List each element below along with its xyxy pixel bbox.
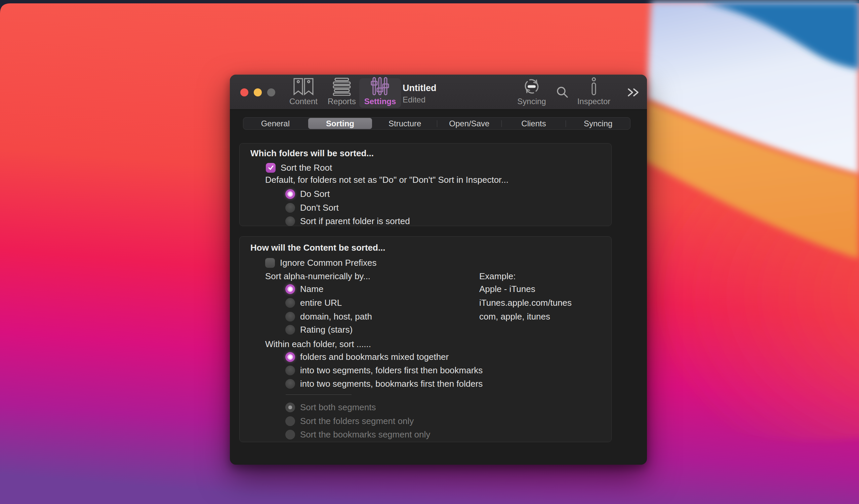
tab-sorting[interactable]: Sorting <box>308 118 372 129</box>
sortby-rating-row[interactable]: Rating (stars) <box>285 324 352 336</box>
tab-open-save[interactable]: Open/Save <box>437 118 501 129</box>
app-window: Content Reports <box>230 75 647 465</box>
sort-root-checkbox[interactable] <box>266 163 275 173</box>
do-sort-radio[interactable] <box>285 189 295 199</box>
sortby-caption: Sort alpha-numerically by... <box>265 271 370 281</box>
radio-label: Sort the folders segment only <box>300 416 414 426</box>
sortby-rating-radio[interactable] <box>285 325 295 335</box>
tab-general[interactable]: General <box>243 118 307 129</box>
checkbox-label: Sort the Root <box>281 163 332 173</box>
radio-label: entire URL <box>300 298 342 308</box>
tab-clients[interactable]: Clients <box>502 118 566 129</box>
group-content-sorting: How will the Content be sorted... Ignore… <box>239 236 612 442</box>
toolbar-item-inspector[interactable]: Inspector <box>573 78 615 108</box>
radio-label: Rating (stars) <box>300 324 352 335</box>
dont-sort-radio[interactable] <box>285 203 295 213</box>
radio-label: Sort the bookmarks segment only <box>300 429 430 440</box>
sortby-url-row[interactable]: entire URL iTunes.apple.com/tunes <box>285 297 342 309</box>
toolbar-item-settings[interactable]: Settings <box>359 78 401 108</box>
sync-arrows-icon <box>522 77 541 96</box>
info-icon <box>590 77 598 96</box>
window-title: Untitled Edited <box>403 83 437 105</box>
segment-divider <box>307 120 308 127</box>
sortby-url-radio[interactable] <box>285 298 295 308</box>
toolbar-label-settings: Settings <box>364 97 396 106</box>
sortby-caption-row: Sort alpha-numerically by... Example: <box>265 270 370 282</box>
sort-if-parent-row[interactable]: Sort if parent folder is sorted <box>285 215 410 227</box>
sort-bookmarks-segment-row: Sort the bookmarks segment only <box>285 428 430 441</box>
within-folder-caption: Within each folder, sort ...... <box>265 339 371 349</box>
report-lines-icon <box>332 78 351 96</box>
example-value: com, apple, itunes <box>479 311 550 322</box>
toolbar-item-syncing[interactable]: Syncing <box>511 78 553 108</box>
sort-both-segments-row: Sort both segments <box>285 401 376 413</box>
sort-folders-segment-radio <box>285 416 295 426</box>
sortby-name-row[interactable]: Name Apple - iTunes <box>285 283 323 295</box>
bookmarks-icon <box>293 78 314 96</box>
tab-syncing[interactable]: Syncing <box>566 118 630 129</box>
toolbar-label-reports: Reports <box>328 97 356 106</box>
toolbar-label-content: Content <box>289 97 318 106</box>
example-header: Example: <box>479 271 515 281</box>
radio-label: Don't Sort <box>300 203 339 213</box>
settings-tab-bar: General Sorting Structure Open/Save Clie… <box>243 117 631 130</box>
sort-folders-segment-row: Sort the folders segment only <box>285 415 414 427</box>
mixed-together-radio[interactable] <box>285 352 295 362</box>
dont-sort-row[interactable]: Don't Sort <box>285 202 339 214</box>
radio-label: folders and bookmarks mixed together <box>300 352 449 362</box>
sliders-icon <box>370 77 390 96</box>
radio-label: into two segments, folders first then bo… <box>300 365 483 376</box>
tab-structure[interactable]: Structure <box>373 118 437 129</box>
radio-label: Sort if parent folder is sorted <box>300 216 410 227</box>
radio-label: Name <box>300 284 323 294</box>
ignore-prefixes-checkbox[interactable] <box>265 258 275 268</box>
bookmarks-first-radio[interactable] <box>285 379 295 389</box>
folders-first-row[interactable]: into two segments, folders first then bo… <box>285 364 483 376</box>
overflow-chevron-icon[interactable] <box>625 85 641 101</box>
example-value: iTunes.apple.com/tunes <box>479 298 572 308</box>
document-title: Untitled <box>403 83 437 93</box>
sort-root-row[interactable]: Sort the Root <box>266 162 332 174</box>
group-heading: How will the Content be sorted... <box>251 243 386 253</box>
search-icon[interactable] <box>555 84 570 101</box>
toolbar-label-syncing: Syncing <box>517 97 546 106</box>
group-which-folders: Which folders will be sorted... Sort the… <box>239 143 612 226</box>
sort-if-parent-radio[interactable] <box>285 216 295 226</box>
sortby-domain-row[interactable]: domain, host, path com, apple, itunes <box>285 310 372 323</box>
ignore-prefixes-row[interactable]: Ignore Common Prefixes <box>265 257 377 269</box>
minimize-button[interactable] <box>254 88 262 96</box>
radio-label: Do Sort <box>300 189 330 199</box>
document-status: Edited <box>403 95 437 105</box>
default-sort-caption: Default, for folders not set as "Do" or … <box>265 175 509 185</box>
checkbox-label: Ignore Common Prefixes <box>280 258 377 268</box>
sortby-domain-radio[interactable] <box>285 312 295 322</box>
do-sort-row[interactable]: Do Sort <box>285 188 330 200</box>
toolbar-item-content[interactable]: Content <box>283 78 324 108</box>
toolbar-item-reports[interactable]: Reports <box>321 78 363 108</box>
example-value: Apple - iTunes <box>479 284 536 294</box>
radio-label: domain, host, path <box>300 311 372 322</box>
radio-label: Sort both segments <box>300 402 376 413</box>
folders-first-radio[interactable] <box>285 366 295 375</box>
toolbar-label-inspector: Inspector <box>577 97 611 106</box>
radio-label: into two segments, bookmarks first then … <box>300 379 483 389</box>
mixed-together-row[interactable]: folders and bookmarks mixed together <box>285 351 449 363</box>
toolbar: Content Reports <box>230 75 647 110</box>
close-button[interactable] <box>240 88 248 96</box>
zoom-button[interactable] <box>267 88 275 96</box>
sortby-name-radio[interactable] <box>285 284 295 294</box>
group-heading: Which folders will be sorted... <box>251 148 374 158</box>
bookmarks-first-row[interactable]: into two segments, bookmarks first then … <box>285 378 483 390</box>
section-divider <box>286 395 351 395</box>
sort-bookmarks-segment-radio <box>285 430 295 440</box>
sort-both-segments-radio <box>285 402 295 412</box>
